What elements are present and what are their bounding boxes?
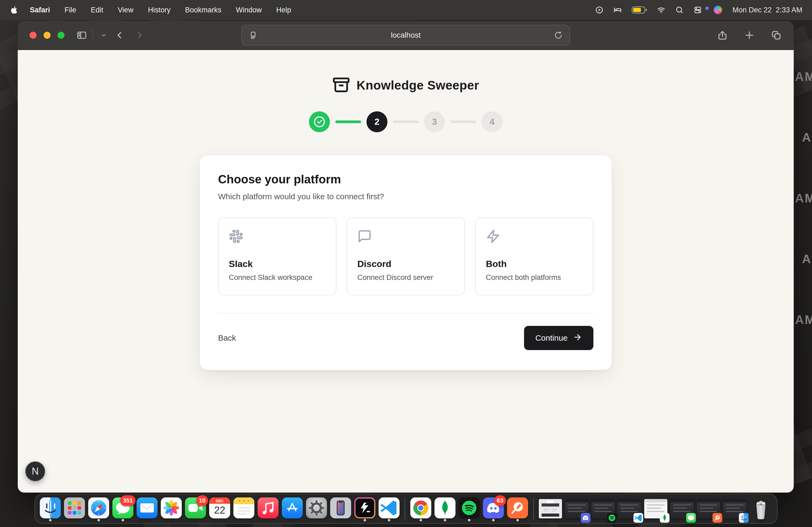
running-indicator xyxy=(49,519,52,521)
step-connector xyxy=(335,120,361,123)
sidebar-toggle-icon[interactable] xyxy=(76,30,87,41)
menu-item-safari[interactable]: Safari xyxy=(23,6,57,14)
messages-overlay-icon xyxy=(686,513,696,523)
menu-item-file[interactable]: File xyxy=(57,6,84,14)
option-discord[interactable]: DiscordConnect Discord server xyxy=(347,217,465,295)
safari-window: localhost Knowledge Sweeper 234 Choose y… xyxy=(18,21,794,493)
running-indicator xyxy=(388,519,390,521)
running-indicator xyxy=(492,519,495,521)
card-footer: Back Continue xyxy=(218,326,593,350)
close-window-button[interactable] xyxy=(30,32,37,39)
wallpaper-text-fragment: AM xyxy=(795,191,812,205)
new-tab-icon[interactable] xyxy=(744,30,755,41)
wizard-card: Choose your platform Which platform woul… xyxy=(200,156,612,370)
option-description: Connect Slack workspace xyxy=(229,274,325,282)
dock-chrome-icon[interactable] xyxy=(410,495,431,523)
menu-clock[interactable]: Mon Dec 22 2:33 AM xyxy=(733,6,802,14)
zoom-window-button[interactable] xyxy=(58,32,64,39)
dock-calendar-icon[interactable]: DEC22 xyxy=(209,495,230,523)
back-step-button[interactable]: Back xyxy=(218,328,243,347)
option-slack[interactable]: SlackConnect Slack workspace xyxy=(218,217,336,295)
menu-item-window[interactable]: Window xyxy=(229,6,269,14)
menu-item-history[interactable]: History xyxy=(141,6,178,14)
continue-label: Continue xyxy=(535,333,568,342)
notification-badge: 10 xyxy=(196,495,208,506)
option-both[interactable]: BothConnect both platforms xyxy=(475,217,593,295)
minimize-window-button[interactable] xyxy=(44,32,50,39)
option-title: Slack xyxy=(229,259,325,269)
dock-divider xyxy=(405,498,405,520)
chevron-down-icon[interactable] xyxy=(101,32,107,39)
tab-overview-icon[interactable] xyxy=(771,30,782,41)
reload-icon[interactable] xyxy=(554,31,563,39)
nextjs-dev-badge[interactable]: N xyxy=(25,462,45,481)
page-content: Knowledge Sweeper 234 Choose your platfo… xyxy=(18,50,794,493)
dock-notes-icon[interactable] xyxy=(233,495,255,523)
dock-launchpad-icon[interactable] xyxy=(64,495,85,523)
dock-minimized-vscode[interactable] xyxy=(618,495,641,523)
dock-discord-icon[interactable]: 63 xyxy=(483,495,504,523)
menu-item-edit[interactable]: Edit xyxy=(84,6,111,14)
dock-terminal-icon[interactable] xyxy=(354,495,375,523)
share-icon[interactable] xyxy=(717,30,728,41)
option-description: Connect both platforms xyxy=(486,274,583,282)
wallpaper-text-fragment: AM xyxy=(795,312,812,327)
dock-mongodb-icon[interactable] xyxy=(435,495,455,523)
dock-app-store-icon[interactable] xyxy=(282,495,303,523)
svg-text:22: 22 xyxy=(214,504,225,516)
dock-minimized-messages[interactable] xyxy=(670,495,694,523)
notification-badge: 351 xyxy=(120,495,135,506)
battery-icon[interactable] xyxy=(632,6,647,14)
search-icon[interactable] xyxy=(675,6,684,14)
dock-settings-icon[interactable] xyxy=(306,495,327,523)
dock-minimized-finder[interactable] xyxy=(723,495,746,523)
wallpaper-text-fragment: AM xyxy=(802,130,812,145)
step-indicator: 234 xyxy=(18,111,794,132)
menu-item-help[interactable]: Help xyxy=(269,6,299,14)
reader-icon[interactable] xyxy=(249,31,257,39)
dock-minimized-discord[interactable] xyxy=(565,495,588,523)
wifi-icon[interactable] xyxy=(657,6,665,14)
menu-item-bookmarks[interactable]: Bookmarks xyxy=(178,6,229,14)
archive-icon xyxy=(332,76,350,94)
dock-messages-icon[interactable]: 351 xyxy=(112,495,133,523)
bed-icon[interactable] xyxy=(613,6,622,14)
dock-photos-icon[interactable] xyxy=(161,495,182,523)
play-circle-icon[interactable] xyxy=(595,6,604,14)
forward-button[interactable] xyxy=(134,30,145,41)
continue-button[interactable]: Continue xyxy=(524,326,593,350)
dock-mail-icon[interactable] xyxy=(136,495,158,523)
control-center-icon[interactable] xyxy=(693,6,702,14)
url-text[interactable]: localhost xyxy=(259,31,553,40)
dock-finder-icon[interactable] xyxy=(40,495,61,523)
spotify-overlay-icon xyxy=(607,513,617,523)
dock: 35110DEC2263 xyxy=(34,494,778,524)
platform-options: SlackConnect Slack workspaceDiscordConne… xyxy=(218,217,593,295)
dock-minimized-postman[interactable] xyxy=(697,495,720,523)
dock-iphone-mirroring-icon[interactable] xyxy=(330,495,351,523)
option-title: Both xyxy=(486,259,583,269)
dock-facetime-icon[interactable]: 10 xyxy=(185,495,206,523)
notification-badge: 63 xyxy=(494,495,506,506)
step-connector xyxy=(393,120,419,123)
dock-safari-icon[interactable] xyxy=(88,495,109,523)
dock-trash-icon[interactable] xyxy=(750,495,772,523)
dock-minimized-printer[interactable] xyxy=(539,495,562,523)
address-bar[interactable]: localhost xyxy=(242,25,570,46)
app-logo-row: Knowledge Sweeper xyxy=(18,50,794,94)
wallpaper-text-fragment: AM xyxy=(795,69,812,84)
back-button[interactable] xyxy=(114,30,125,41)
dock-postman-icon[interactable] xyxy=(507,495,528,523)
siri-icon[interactable] xyxy=(714,6,722,14)
step-check xyxy=(309,111,330,132)
dock-vscode-icon[interactable] xyxy=(379,495,400,523)
dock-minimized-mongodb[interactable] xyxy=(644,495,667,523)
apple-logo-icon[interactable] xyxy=(10,5,19,15)
dock-music-icon[interactable] xyxy=(258,495,278,523)
dock-minimized-spotify[interactable] xyxy=(592,495,615,523)
arrow-right-icon xyxy=(573,333,582,343)
mongodb-overlay-icon xyxy=(660,513,669,523)
discord-overlay-icon xyxy=(581,513,591,523)
dock-spotify-icon[interactable] xyxy=(459,495,480,523)
menu-item-view[interactable]: View xyxy=(111,6,141,14)
